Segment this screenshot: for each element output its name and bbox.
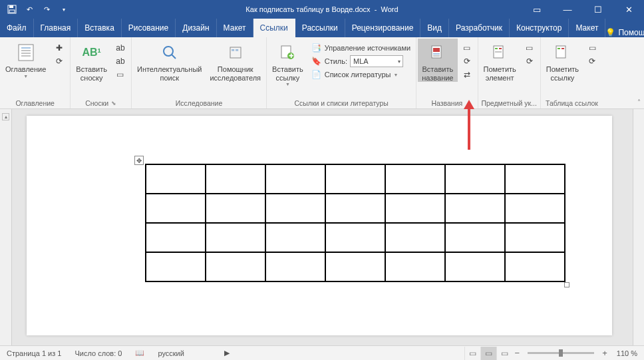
tab-references[interactable]: Ссылки <box>253 19 295 37</box>
read-mode-button[interactable]: ▭ <box>464 347 480 360</box>
maximize-button[interactable]: ☐ <box>583 0 613 19</box>
zoom-slider[interactable] <box>528 352 594 354</box>
group-index-label: Предметный ук... <box>481 99 536 107</box>
footnotes-dialog-launcher[interactable]: ⬊ <box>111 100 116 106</box>
word-count[interactable]: Число слов: 0 <box>68 349 128 357</box>
footnote-icon: AB¹ <box>82 41 100 64</box>
insert-table-figures-button[interactable]: ▭ <box>459 41 475 55</box>
tab-file[interactable]: Файл <box>0 19 34 37</box>
zoom-out-button[interactable]: − <box>512 348 523 358</box>
zoom-level[interactable]: 110 % <box>610 349 644 357</box>
minimize-button[interactable]: — <box>552 0 583 19</box>
smart-lookup-button[interactable]: Интеллектуальный поиск <box>133 39 206 82</box>
insert-caption-button[interactable]: Вставить название <box>418 39 457 82</box>
zoom-in-button[interactable]: + <box>599 348 610 358</box>
update-toc-button[interactable]: ⟳ <box>51 55 67 68</box>
close-button[interactable]: ✕ <box>613 0 644 19</box>
tab-home[interactable]: Главная <box>34 19 79 37</box>
update-table-button[interactable]: ⟳ <box>459 55 475 68</box>
tab-design[interactable]: Дизайн <box>176 19 216 37</box>
svg-point-8 <box>164 47 173 56</box>
print-layout-button[interactable]: ▭ <box>480 347 496 360</box>
insert-footnote-button[interactable]: AB¹ Вставить сноску <box>72 39 111 82</box>
table-row[interactable] <box>146 164 565 194</box>
insert-footnote-label: Вставить сноску <box>76 65 107 82</box>
tab-insert[interactable]: Вставка <box>78 19 122 37</box>
update-index-icon: ⟳ <box>524 56 535 67</box>
qat-more-button[interactable]: ▾ <box>56 1 72 17</box>
show-notes-button[interactable]: ▭ <box>112 68 128 81</box>
tab-view[interactable]: Вид <box>420 19 449 37</box>
table-row[interactable] <box>146 223 565 252</box>
vertical-scrollbar[interactable] <box>633 109 644 345</box>
tab-table-design[interactable]: Конструктор <box>510 19 569 37</box>
researcher-button[interactable]: "" Помощник исследователя <box>206 39 265 82</box>
tab-draw[interactable]: Рисование <box>122 19 176 37</box>
citation-style-select[interactable]: MLA <box>350 55 403 67</box>
update-index-button[interactable]: ⟳ <box>522 55 538 68</box>
next-footnote-button[interactable]: ab <box>112 55 128 68</box>
manage-sources-button[interactable]: 📑 Управление источниками <box>309 41 413 55</box>
tab-table-layout[interactable]: Макет <box>569 19 605 37</box>
insert-endnote-button[interactable]: ab <box>112 41 128 55</box>
tab-mailings[interactable]: Рассылки <box>295 19 345 37</box>
svg-line-9 <box>172 55 176 59</box>
spell-check-button[interactable]: 📖 <box>128 349 151 357</box>
redo-button[interactable]: ↷ <box>39 1 55 17</box>
insert-index-button[interactable]: ▭ <box>522 41 538 55</box>
ribbon-options-button[interactable]: ▭ <box>522 0 552 19</box>
toc-label: Оглавление <box>5 65 46 74</box>
window-buttons: ▭ — ☐ ✕ <box>522 0 644 19</box>
group-footnotes-label: Сноски <box>85 99 108 107</box>
bibliography-button[interactable]: 📄 Список литературы ▼ <box>309 68 413 81</box>
chevron-down-icon: ▼ <box>285 82 290 87</box>
cross-reference-button[interactable]: ⇄ <box>459 68 475 81</box>
group-footnotes: AB¹ Вставить сноску ab ab ▭ Сноски⬊ <box>71 37 132 108</box>
save-button[interactable] <box>4 1 20 17</box>
svg-rect-17 <box>433 48 440 52</box>
tab-layout[interactable]: Макет <box>217 19 253 37</box>
page-indicator[interactable]: Страница 1 из 1 <box>0 349 68 357</box>
tab-developer[interactable]: Разработчик <box>449 19 510 37</box>
researcher-label: Помощник исследователя <box>210 65 261 82</box>
show-notes-icon: ▭ <box>115 69 126 80</box>
undo-button[interactable]: ↶ <box>21 1 37 17</box>
toc-button[interactable]: Оглавление ▼ <box>1 39 50 79</box>
update-icon: ⟳ <box>54 56 65 67</box>
macro-record-button[interactable]: ▶ <box>218 349 236 357</box>
mark-citation-button[interactable]: Пометить ссылку <box>542 39 583 82</box>
mark-entry-button[interactable]: Пометить элемент <box>480 39 520 82</box>
group-captions-label: Названия <box>431 99 462 107</box>
web-layout-button[interactable]: ▭ <box>496 347 512 360</box>
insert-caption-label: Вставить название <box>422 65 453 82</box>
index-small-buttons: ▭ ⟳ <box>520 39 539 68</box>
insert-caption-icon <box>429 41 446 64</box>
language-indicator[interactable]: русский <box>151 349 190 357</box>
table-move-handle[interactable]: ✥ <box>134 156 144 165</box>
update-authorities-button[interactable]: ⟳ <box>584 55 600 68</box>
group-research: Интеллектуальный поиск "" Помощник иссле… <box>132 37 267 108</box>
document-page[interactable]: ✥ <box>27 116 612 335</box>
vertical-ruler: ▴ <box>0 109 12 345</box>
collapse-ribbon-button[interactable]: ˄ <box>633 37 644 108</box>
authorities-small-buttons: ▭ ⟳ <box>583 39 601 68</box>
add-text-button[interactable]: ✚ <box>51 41 67 55</box>
document-table[interactable] <box>145 164 565 282</box>
tell-me[interactable]: 💡 Помощи... <box>605 28 644 37</box>
table-resize-handle[interactable] <box>564 282 569 287</box>
insert-authorities-button[interactable]: ▭ <box>584 41 600 55</box>
group-citations-label: Ссылки и списки литературы <box>294 99 389 107</box>
table-figures-icon: ▭ <box>462 43 472 53</box>
svg-text:✚: ✚ <box>289 53 294 59</box>
spell-icon: 📖 <box>135 349 144 357</box>
scroll-up-button[interactable]: ▴ <box>2 113 9 120</box>
mark-citation-icon <box>554 41 571 64</box>
citation-style-row: 🔖 Стиль: MLA <box>309 55 413 68</box>
svg-rect-25 <box>558 48 560 49</box>
group-research-label: Исследование <box>176 99 223 107</box>
tab-review[interactable]: Рецензирование <box>345 19 421 37</box>
table-row[interactable] <box>146 194 565 223</box>
insert-citation-button[interactable]: ✚ Вставить ссылку ▼ <box>268 39 307 87</box>
svg-rect-24 <box>556 46 565 58</box>
table-row[interactable] <box>146 252 565 281</box>
